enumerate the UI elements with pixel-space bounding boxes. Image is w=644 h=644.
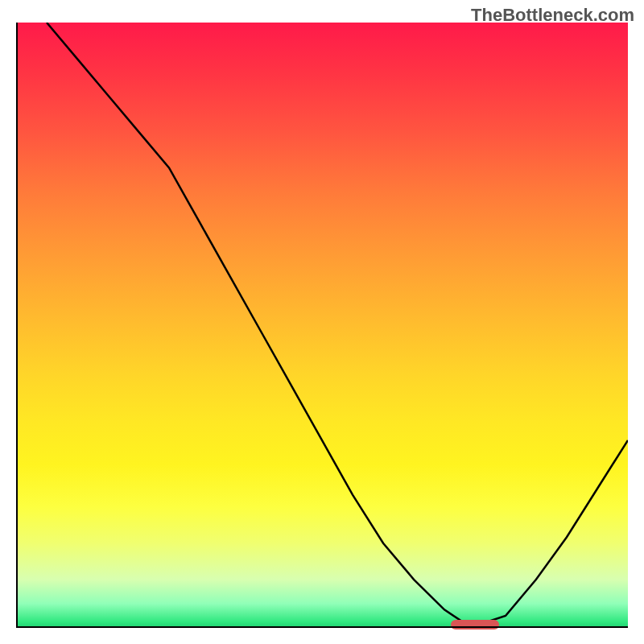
- watermark-text: TheBottleneck.com: [471, 5, 634, 26]
- bottleneck-chart: TheBottleneck.com: [0, 0, 644, 644]
- y-axis: [16, 23, 18, 628]
- optimal-range-marker: [451, 620, 500, 630]
- curve-svg: [16, 23, 628, 628]
- bottleneck-curve-path: [47, 23, 628, 622]
- x-axis: [16, 626, 628, 628]
- chart-plot-area: [16, 23, 628, 628]
